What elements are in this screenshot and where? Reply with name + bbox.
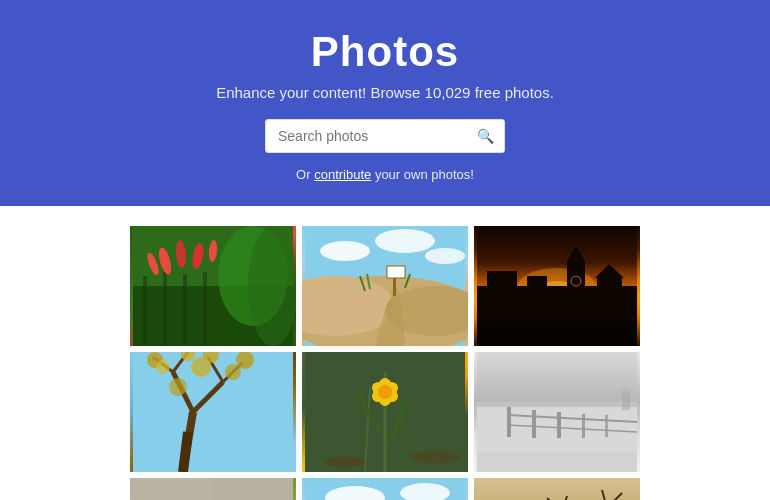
svg-point-67 [410, 451, 460, 463]
list-item[interactable] [474, 226, 640, 346]
svg-point-65 [381, 388, 389, 396]
page-title: Photos [20, 28, 750, 76]
header-subtitle: Enhance your content! Browse 10,029 free… [20, 84, 750, 101]
search-container: 🔍 [20, 119, 750, 153]
contribute-prefix: Or [296, 167, 314, 182]
search-button[interactable]: 🔍 [467, 120, 504, 152]
svg-point-52 [191, 357, 211, 377]
svg-point-53 [169, 378, 187, 396]
svg-rect-2 [143, 276, 147, 346]
list-item[interactable] [474, 478, 640, 500]
svg-point-50 [156, 360, 170, 374]
search-input[interactable] [266, 120, 467, 152]
photo-grid [0, 206, 770, 500]
svg-point-66 [325, 457, 365, 467]
svg-point-34 [571, 276, 581, 286]
svg-point-12 [248, 226, 296, 346]
svg-rect-5 [203, 272, 207, 346]
list-item[interactable] [130, 352, 296, 472]
page-header: Photos Enhance your content! Browse 10,0… [0, 0, 770, 206]
svg-point-51 [225, 364, 241, 380]
list-item[interactable] [130, 226, 296, 346]
svg-rect-75 [605, 415, 608, 437]
svg-rect-4 [183, 274, 187, 346]
svg-rect-74 [582, 414, 585, 438]
svg-rect-112 [477, 478, 637, 500]
list-item[interactable] [302, 478, 468, 500]
contribute-text: Or contribute your own photos! [20, 167, 750, 182]
search-box: 🔍 [265, 119, 505, 153]
svg-rect-78 [477, 452, 637, 472]
list-item[interactable] [302, 352, 468, 472]
contribute-suffix: your own photos! [371, 167, 474, 182]
svg-rect-37 [477, 321, 637, 346]
svg-rect-22 [387, 266, 405, 278]
svg-point-16 [375, 229, 435, 253]
svg-rect-3 [163, 271, 167, 346]
list-item[interactable] [302, 226, 468, 346]
contribute-link[interactable]: contribute [314, 167, 371, 182]
list-item[interactable] [130, 478, 296, 500]
svg-point-80 [622, 387, 630, 393]
list-item[interactable] [474, 352, 640, 472]
svg-rect-73 [557, 412, 561, 438]
svg-line-54 [183, 432, 188, 472]
svg-point-15 [320, 241, 370, 261]
svg-point-17 [425, 248, 465, 264]
svg-rect-69 [477, 402, 637, 407]
svg-rect-82 [133, 478, 213, 500]
svg-rect-72 [532, 410, 536, 438]
svg-rect-71 [507, 407, 511, 437]
